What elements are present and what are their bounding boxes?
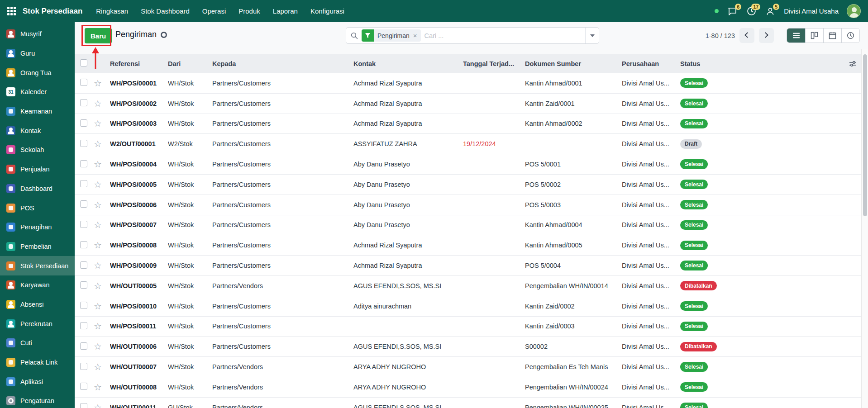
kanban-view-button[interactable] (805, 28, 823, 43)
sidebar-item-pos[interactable]: POS (0, 198, 75, 218)
column-perusahaan[interactable]: Perusahaan (622, 60, 680, 67)
pager-previous-button[interactable] (739, 28, 754, 43)
row-checkbox[interactable] (80, 383, 87, 390)
row-checkbox[interactable] (80, 342, 87, 350)
column-referensi[interactable]: Referensi (110, 60, 168, 67)
sidebar-item-aplikasi[interactable]: Aplikasi (0, 372, 75, 391)
sidebar-item-perekrutan[interactable]: Perekrutan (0, 314, 75, 333)
row-checkbox[interactable] (80, 403, 87, 408)
sidebar-item-absensi[interactable]: Absensi (0, 295, 75, 314)
facet-close-icon[interactable]: × (413, 32, 421, 39)
sidebar-item-keamanan[interactable]: Keamanan (0, 102, 75, 121)
table-row[interactable]: ☆ W2/OUT/00001 W2/Stok Partners/Customer… (75, 134, 861, 154)
sidebar-item-orang-tua[interactable]: Orang Tua (0, 63, 75, 82)
sidebar-item-musyrif[interactable]: Musyrif (0, 24, 75, 44)
list-view-button[interactable] (787, 28, 805, 43)
row-checkbox[interactable] (80, 221, 87, 228)
sidebar-item-karyawan[interactable]: Karyawan (0, 275, 75, 295)
sidebar-item-penagihan[interactable]: Penagihan (0, 218, 75, 237)
sidebar-item-kalender[interactable]: 31 Kalender (0, 82, 75, 102)
favorite-star-icon[interactable]: ☆ (94, 302, 102, 311)
row-checkbox[interactable] (80, 140, 87, 147)
table-row[interactable]: ☆ WH/POS/00003 WH/Stok Partners/Customer… (75, 114, 861, 134)
row-checkbox[interactable] (80, 363, 87, 370)
optional-columns-icon[interactable] (849, 60, 857, 69)
favorite-star-icon[interactable]: ☆ (94, 322, 102, 331)
calendar-view-button[interactable] (823, 28, 841, 43)
table-row[interactable]: ☆ WH/POS/00008 WH/Stok Partners/Customer… (75, 235, 861, 256)
company-name[interactable]: Divisi Amal Usaha (784, 7, 839, 15)
sidebar-item-stok-persediaan[interactable]: Stok Persediaan (0, 256, 75, 275)
column-kepada[interactable]: Kepada (212, 60, 353, 67)
action-gear-icon[interactable] (160, 31, 167, 38)
menu-konfigurasi[interactable]: Konfigurasi (310, 7, 344, 15)
favorite-star-icon[interactable]: ☆ (94, 99, 102, 108)
favorite-star-icon[interactable]: ☆ (94, 180, 102, 189)
table-row[interactable]: ☆ WH/OUT/00008 WH/Stok Partners/Vendors … (75, 377, 861, 398)
requests-user-icon[interactable]: 5 (765, 6, 776, 17)
favorite-star-icon[interactable]: ☆ (94, 160, 102, 169)
row-checkbox[interactable] (80, 160, 87, 167)
row-checkbox[interactable] (80, 322, 87, 329)
sidebar-item-cuti[interactable]: Cuti (0, 333, 75, 353)
sidebar-item-penjualan[interactable]: Penjualan (0, 160, 75, 179)
table-row[interactable]: ☆ WH/POS/00011 WH/Stok Partners/Customer… (75, 317, 861, 337)
favorite-star-icon[interactable]: ☆ (94, 281, 102, 290)
menu-operasi[interactable]: Operasi (202, 7, 226, 15)
column-status[interactable]: Status (680, 60, 861, 67)
activities-clock-icon[interactable]: 17 (746, 6, 757, 17)
select-all-checkbox[interactable] (80, 59, 87, 66)
messages-icon[interactable]: 6 (727, 6, 738, 17)
row-checkbox[interactable] (80, 119, 87, 127)
row-checkbox[interactable] (80, 261, 87, 269)
table-row[interactable]: ☆ WH/OUT/00011 GU/Stok Partners/Vendors … (75, 398, 861, 408)
table-row[interactable]: ☆ WH/OUT/00007 WH/Stok Partners/Vendors … (75, 357, 861, 377)
sidebar-item-guru[interactable]: Guru (0, 44, 75, 63)
row-checkbox[interactable] (80, 99, 87, 106)
table-row[interactable]: ☆ WH/POS/00006 WH/Stok Partners/Customer… (75, 195, 861, 215)
search-dropdown-toggle[interactable] (585, 28, 599, 43)
app-title[interactable]: Stok Persediaan (23, 7, 82, 16)
search-input[interactable] (421, 32, 585, 39)
favorite-star-icon[interactable]: ☆ (94, 200, 102, 209)
favorite-star-icon[interactable]: ☆ (94, 261, 102, 270)
new-button[interactable]: Baru (85, 28, 112, 43)
table-row[interactable]: ☆ WH/POS/00005 WH/Stok Partners/Customer… (75, 175, 861, 195)
sidebar-item-kontak[interactable]: Kontak (0, 121, 75, 140)
favorite-star-icon[interactable]: ☆ (94, 342, 102, 351)
vertical-scrollbar[interactable] (861, 49, 868, 408)
column-dari[interactable]: Dari (168, 60, 212, 67)
sidebar-item-dashboard[interactable]: Dashboard (0, 179, 75, 199)
sidebar-item-sekolah[interactable]: Sekolah (0, 140, 75, 160)
column-tanggal[interactable]: Tanggal Terjad... (463, 60, 525, 67)
column-dokumen-sumber[interactable]: Dokumen Sumber (525, 60, 622, 67)
favorite-star-icon[interactable]: ☆ (94, 241, 102, 250)
favorite-star-icon[interactable]: ☆ (94, 79, 102, 88)
row-checkbox[interactable] (80, 281, 87, 289)
activity-view-button[interactable] (841, 28, 859, 43)
row-checkbox[interactable] (80, 241, 87, 248)
sidebar-item-pengaturan[interactable]: Pengaturan (0, 391, 75, 408)
table-row[interactable]: ☆ WH/OUT/00005 WH/Stok Partners/Vendors … (75, 276, 861, 296)
apps-grid-icon[interactable] (7, 7, 16, 16)
row-checkbox[interactable] (80, 79, 87, 86)
pager-next-button[interactable] (759, 28, 774, 43)
table-row[interactable]: ☆ WH/POS/00001 WH/Stok Partners/Customer… (75, 73, 861, 94)
favorite-star-icon[interactable]: ☆ (94, 403, 102, 408)
row-checkbox[interactable] (80, 200, 87, 208)
scrollbar-thumb[interactable] (863, 54, 867, 216)
sidebar-item-pelacak-link[interactable]: Pelacak Link (0, 353, 75, 372)
menu-stok-dashboard[interactable]: Stok Dashboard (141, 7, 190, 15)
column-kontak[interactable]: Kontak (353, 60, 463, 67)
table-row[interactable]: ☆ WH/POS/00007 WH/Stok Partners/Customer… (75, 215, 861, 236)
menu-ringkasan[interactable]: Ringkasan (96, 7, 128, 15)
favorite-star-icon[interactable]: ☆ (94, 119, 102, 128)
row-checkbox[interactable] (80, 180, 87, 187)
favorite-star-icon[interactable]: ☆ (94, 362, 102, 371)
menu-laporan[interactable]: Laporan (273, 7, 298, 15)
table-row[interactable]: ☆ WH/POS/00009 WH/Stok Partners/Customer… (75, 256, 861, 276)
favorite-star-icon[interactable]: ☆ (94, 220, 102, 229)
table-row[interactable]: ☆ WH/POS/00010 WH/Stok Partners/Customer… (75, 296, 861, 317)
table-row[interactable]: ☆ WH/OUT/00006 WH/Stok Partners/Customer… (75, 337, 861, 357)
user-avatar[interactable] (847, 4, 861, 18)
